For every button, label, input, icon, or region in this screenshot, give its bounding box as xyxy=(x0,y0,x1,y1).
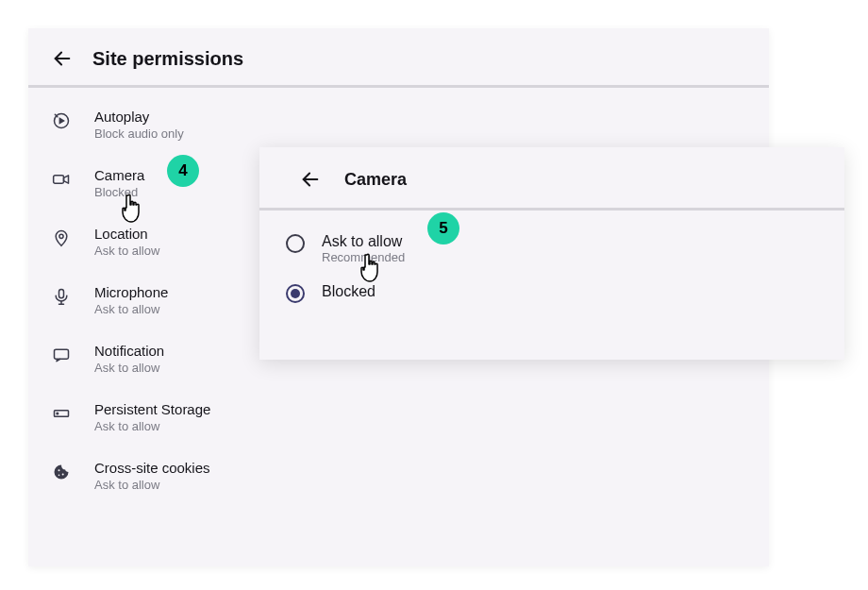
autoplay-icon xyxy=(51,110,72,131)
overlay-title: Camera xyxy=(344,170,407,190)
step-badge-4: 4 xyxy=(167,155,199,187)
svg-rect-6 xyxy=(59,290,64,298)
permissions-list: Autoplay Block audio only Camera Blocked… xyxy=(28,88,274,513)
location-icon xyxy=(51,228,72,248)
storage-icon xyxy=(51,403,72,424)
permission-subtitle: Ask to allow xyxy=(94,361,164,375)
cookies-icon xyxy=(51,462,72,482)
permission-item-microphone[interactable]: Microphone Ask to allow xyxy=(28,271,274,329)
svg-point-12 xyxy=(58,469,60,471)
permission-title: Camera xyxy=(94,167,144,183)
permission-title: Notification xyxy=(94,343,164,359)
svg-rect-3 xyxy=(54,176,64,183)
radio-button-icon xyxy=(286,284,305,303)
permission-item-cookies[interactable]: Cross-site cookies Ask to allow xyxy=(28,447,274,505)
svg-marker-4 xyxy=(64,176,69,183)
permission-item-autoplay[interactable]: Autoplay Block audio only xyxy=(28,95,274,154)
svg-rect-9 xyxy=(55,349,69,359)
permission-title: Autoplay xyxy=(94,109,184,125)
radio-sublabel: Recommended xyxy=(322,250,405,264)
camera-settings-panel: Camera Ask to allow Recommended Blocked xyxy=(259,147,844,360)
radio-label: Blocked xyxy=(322,283,376,300)
permission-subtitle: Blocked xyxy=(94,185,144,199)
permission-subtitle: Ask to allow xyxy=(94,478,210,492)
back-arrow-icon[interactable] xyxy=(51,47,74,70)
permission-subtitle: Block audio only xyxy=(94,126,184,141)
overlay-header: Camera xyxy=(259,147,844,211)
permission-item-notification[interactable]: Notification Ask to allow xyxy=(28,329,274,388)
radio-label: Ask to allow xyxy=(322,233,405,250)
microphone-icon xyxy=(51,286,72,307)
camera-icon xyxy=(51,169,72,190)
svg-point-14 xyxy=(58,475,60,477)
permission-title: Cross-site cookies xyxy=(94,460,210,476)
permission-title: Microphone xyxy=(94,284,168,300)
svg-marker-2 xyxy=(59,119,63,124)
svg-point-13 xyxy=(62,474,64,476)
permission-title: Persistent Storage xyxy=(94,401,210,417)
permission-item-location[interactable]: Location Ask to allow xyxy=(28,212,274,271)
permission-subtitle: Ask to allow xyxy=(94,302,168,316)
page-title: Site permissions xyxy=(92,48,243,70)
svg-point-5 xyxy=(59,234,63,238)
notification-icon xyxy=(51,345,72,365)
permission-item-camera[interactable]: Camera Blocked xyxy=(28,154,274,212)
back-arrow-icon[interactable] xyxy=(299,168,322,191)
panel-header: Site permissions xyxy=(28,28,769,88)
radio-button-icon xyxy=(286,234,305,253)
step-badge-5: 5 xyxy=(427,212,459,244)
radio-option-blocked[interactable]: Blocked xyxy=(286,274,818,312)
permission-title: Location xyxy=(94,226,159,242)
permission-subtitle: Ask to allow xyxy=(94,419,210,433)
svg-point-11 xyxy=(57,413,58,414)
permission-item-storage[interactable]: Persistent Storage Ask to allow xyxy=(28,388,274,447)
radio-option-list: Ask to allow Recommended Blocked xyxy=(259,211,844,326)
permission-subtitle: Ask to allow xyxy=(94,244,159,258)
radio-option-ask-to-allow[interactable]: Ask to allow Recommended xyxy=(286,224,818,274)
